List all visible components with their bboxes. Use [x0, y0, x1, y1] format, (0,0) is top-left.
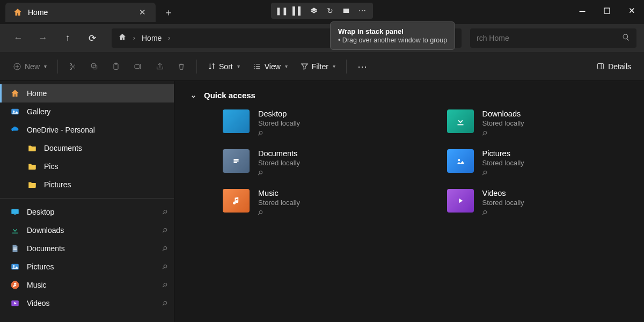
svg-rect-0 — [604, 8, 610, 13]
svg-rect-13 — [14, 215, 17, 216]
item-subtitle: Stored locally — [482, 199, 524, 207]
more-button[interactable]: ⋯ — [355, 5, 370, 17]
new-button[interactable]: New ▾ — [8, 57, 52, 76]
svg-rect-8 — [135, 64, 140, 68]
item-subtitle: Stored locally — [258, 159, 300, 167]
svg-point-20 — [458, 159, 460, 161]
sidebar-item-home[interactable]: Home — [0, 84, 174, 103]
folder-icon — [223, 109, 250, 133]
chevron-down-icon: ▾ — [333, 63, 335, 69]
section-title: Quick access — [204, 91, 255, 100]
toolbar: New ▾ Sort ▾ View ▾ Filter ▾ ⋯ Details — [0, 52, 644, 81]
more-button[interactable]: ⋯ — [352, 57, 372, 76]
folder-icon — [447, 189, 474, 213]
folder-icon — [223, 149, 250, 173]
window-controls: ─ ✕ — [570, 0, 644, 21]
content: ⌄ Quick access DesktopStored locally⚲Dow… — [174, 81, 644, 322]
up-button[interactable]: ↑ — [57, 27, 78, 49]
filter-label: Filter — [312, 62, 328, 71]
sidebar-item-documents[interactable]: Documents⚲ — [0, 239, 174, 258]
sort-button[interactable]: Sort ▾ — [202, 57, 245, 76]
sidebar-item-desktop[interactable]: Desktop⚲ — [0, 203, 174, 221]
close-button[interactable]: ✕ — [619, 0, 644, 21]
details-label: Details — [608, 62, 631, 71]
quick-access-item-documents[interactable]: DocumentsStored locally⚲ — [223, 149, 404, 177]
sidebar-item-documents[interactable]: Documents — [0, 139, 174, 157]
divider — [346, 60, 347, 74]
pin-icon: ⚲ — [256, 129, 265, 137]
svg-rect-5 — [92, 63, 96, 67]
copy-button[interactable] — [85, 57, 104, 76]
sidebar-item-label: Videos — [27, 299, 50, 308]
folder-icon — [27, 179, 38, 190]
forward-button[interactable]: → — [32, 27, 54, 49]
sidebar-item-label: Desktop — [27, 208, 54, 216]
pin-icon: ⚲ — [480, 208, 489, 217]
sidebar-item-downloads[interactable]: Downloads⚲ — [0, 221, 174, 239]
new-label: New — [25, 62, 40, 71]
chevron-down-icon: ▾ — [237, 63, 240, 69]
tooltip: Wrap in stack panel • Drag over another … — [330, 21, 455, 50]
divider — [0, 198, 174, 199]
search-icon — [622, 33, 630, 43]
rename-button[interactable] — [128, 57, 148, 76]
divider — [196, 60, 197, 74]
item-name: Documents — [258, 149, 300, 158]
sidebar-item-onedrive---personal[interactable]: OneDrive - Personal — [0, 121, 174, 139]
documents-icon — [10, 243, 20, 254]
gallery-icon — [10, 106, 20, 117]
sidebar-item-gallery[interactable]: Gallery — [0, 103, 174, 121]
link-button[interactable]: ↻ — [323, 5, 338, 17]
address-bar: ← → ↑ ⟳ › Home › — [0, 24, 644, 52]
view-label: View — [265, 62, 281, 71]
maximize-button[interactable] — [595, 0, 619, 21]
pin-icon: ⚲ — [160, 299, 169, 308]
dock-button[interactable]: ▌▌ — [290, 5, 305, 17]
tab-close-button[interactable]: ✕ — [137, 6, 148, 18]
sidebar: HomeGalleryOneDrive - PersonalDocumentsP… — [0, 81, 174, 322]
svg-rect-9 — [598, 64, 604, 69]
minimize-button[interactable]: ─ — [570, 0, 595, 21]
details-button[interactable]: Details — [591, 57, 636, 76]
quick-access-item-downloads[interactable]: DownloadsStored locally⚲ — [447, 109, 628, 137]
svg-rect-12 — [11, 209, 19, 214]
titlebar-tools: ❚❚ ▌▌ ↻ ⋯ — [271, 3, 373, 19]
quick-access-item-videos[interactable]: VideosStored locally⚲ — [447, 189, 628, 217]
delete-button[interactable] — [172, 57, 191, 76]
pip-button[interactable] — [339, 5, 354, 17]
cut-button[interactable] — [63, 57, 83, 76]
sidebar-item-label: Pictures — [44, 180, 71, 189]
sidebar-item-label: Music — [27, 281, 47, 289]
paste-button[interactable] — [106, 57, 126, 76]
sidebar-item-pictures[interactable]: Pictures — [0, 175, 174, 194]
chevron-right-icon: › — [133, 34, 135, 42]
quick-access-item-pictures[interactable]: PicturesStored locally⚲ — [447, 149, 628, 177]
search-box[interactable] — [470, 28, 636, 48]
sidebar-item-label: Documents — [27, 244, 65, 253]
sidebar-item-music[interactable]: Music⚲ — [0, 276, 174, 294]
sidebar-item-pictures[interactable]: Pictures⚲ — [0, 258, 174, 276]
quick-access-item-desktop[interactable]: DesktopStored locally⚲ — [223, 109, 404, 137]
sidebar-item-pics[interactable]: Pics — [0, 157, 174, 175]
refresh-button[interactable]: ⟳ — [82, 27, 103, 49]
sidebar-item-label: OneDrive - Personal — [27, 126, 95, 134]
pause-button[interactable]: ❚❚ — [274, 5, 289, 17]
sidebar-item-label: Documents — [44, 144, 82, 152]
share-button[interactable] — [150, 57, 170, 76]
quick-access-header[interactable]: ⌄ Quick access — [191, 91, 628, 100]
filter-button[interactable]: Filter ▾ — [295, 57, 341, 76]
search-input[interactable] — [477, 34, 617, 42]
sidebar-item-videos[interactable]: Videos⚲ — [0, 294, 174, 312]
chevron-down-icon: ▾ — [285, 63, 288, 69]
sidebar-item-label: Gallery — [27, 107, 50, 116]
item-subtitle: Stored locally — [482, 119, 524, 127]
quick-access-item-music[interactable]: MusicStored locally⚲ — [223, 189, 404, 217]
item-name: Music — [258, 189, 300, 197]
view-button[interactable]: View ▾ — [247, 57, 293, 76]
layers-button[interactable] — [306, 5, 321, 17]
back-button[interactable]: ← — [8, 27, 29, 49]
item-name: Pictures — [482, 149, 524, 158]
home-icon — [13, 8, 23, 17]
tab-home[interactable]: Home ✕ — [5, 3, 156, 22]
new-tab-button[interactable]: ＋ — [159, 3, 178, 22]
